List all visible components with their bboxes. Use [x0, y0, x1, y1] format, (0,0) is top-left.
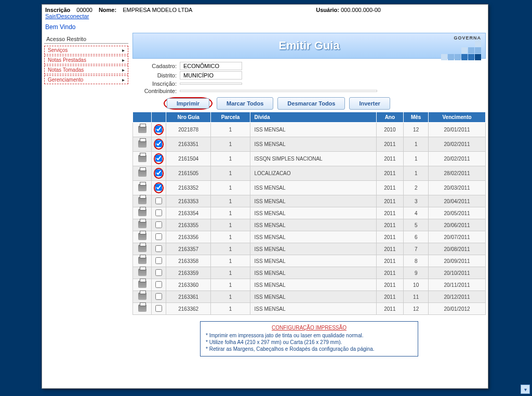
printer-icon[interactable]: [138, 155, 147, 162]
sidebar-item-notas-prestadas[interactable]: Notas Prestadas ▸: [44, 56, 128, 64]
cell-ano: 2011: [376, 207, 404, 219]
sidebar-item-label: Gerenciamento: [48, 77, 83, 83]
col-vencimento: Vencimento: [429, 112, 486, 123]
cell-vencimento: 20/04/2011: [429, 195, 486, 207]
cell-vencimento: 20/01/2011: [429, 123, 486, 137]
viewport: Inscrição 00000 Nome: EMPRESA MODELO LTD…: [0, 0, 532, 396]
chevron-right-icon: ▸: [122, 57, 125, 63]
cell-mes: 12: [404, 303, 429, 315]
cell-parcela: 1: [211, 195, 250, 207]
marcar-todos-button[interactable]: Marcar Todos: [217, 97, 273, 110]
sidebar-item-servicos[interactable]: Serviços ▸: [44, 46, 128, 55]
sidebar-item-gerenciamento[interactable]: Gerenciamento ▸: [44, 75, 128, 84]
row-checkbox[interactable]: [155, 305, 162, 312]
cell-divida: LOCALIZACAO: [250, 166, 376, 181]
checkbox-highlight-circle: [154, 124, 164, 135]
config-line-1: * Imprimir em impressora jato de tinta o…: [206, 333, 413, 338]
printer-icon[interactable]: [138, 221, 147, 228]
inscricao-info-value: [180, 83, 242, 85]
sidebar-item-label: Serviços: [48, 47, 68, 53]
config-line-2: * Utilize folha A4 (210 x 297 mm) ou Car…: [206, 339, 413, 345]
printer-icon[interactable]: [138, 140, 147, 148]
sidebar-item-label: Notas Tomadas: [48, 67, 84, 73]
row-checkbox[interactable]: [155, 245, 162, 252]
row-checkbox[interactable]: [155, 140, 162, 147]
app-window: Inscrição 00000 Nome: EMPRESA MODELO LTD…: [42, 4, 488, 389]
table-row: 21633591ISS MENSAL2011920/10/2011: [133, 267, 486, 279]
cell-mes: 7: [404, 243, 429, 255]
cell-nro-guia: 2161505: [166, 166, 211, 181]
cell-parcela: 1: [211, 219, 250, 231]
row-checkbox[interactable]: [155, 281, 162, 288]
printer-icon[interactable]: [138, 126, 147, 133]
table-row: 21633571ISS MENSAL2011720/08/2011: [133, 243, 486, 255]
bemvindo-label: Bem Vindo: [42, 21, 488, 33]
config-title: CONFIGURAÇÃO IMPRESSÃO: [206, 325, 413, 331]
cell-ano: 2010: [376, 123, 404, 137]
cell-ano: 2011: [376, 267, 404, 279]
row-checkbox[interactable]: [155, 269, 162, 276]
sidebar-item-notas-tomadas[interactable]: Notas Tomadas ▸: [44, 65, 128, 74]
row-checkbox[interactable]: [155, 221, 162, 228]
printer-icon[interactable]: [138, 293, 147, 300]
row-checkbox[interactable]: [155, 209, 162, 216]
printer-icon[interactable]: [138, 197, 147, 204]
desmarcar-todos-button[interactable]: Desmarcar Todos: [277, 97, 345, 110]
cell-ano: 2011: [376, 181, 404, 195]
cell-mes: 8: [404, 255, 429, 267]
printer-icon[interactable]: [138, 281, 147, 288]
cell-ano: 2011: [376, 243, 404, 255]
chevron-right-icon: ▸: [122, 67, 125, 73]
cell-vencimento: 20/09/2011: [429, 255, 486, 267]
printer-icon[interactable]: [138, 269, 147, 276]
cell-vencimento: 20/11/2011: [429, 279, 486, 291]
main-panel: Emitir Guia GOVERNA Cadastro: ECONÔMICO: [130, 33, 488, 359]
scroll-down-icon[interactable]: ▾: [521, 385, 530, 394]
cell-vencimento: 20/07/2011: [429, 231, 486, 243]
cell-parcela: 1: [211, 291, 250, 303]
col-parcela: Parcela: [211, 112, 250, 123]
nome-value: EMPRESA MODELO LTDA: [123, 7, 192, 13]
printer-icon[interactable]: [138, 305, 147, 312]
row-checkbox[interactable]: [155, 197, 162, 204]
table-row: 21633581ISS MENSAL2011820/09/2011: [133, 255, 486, 267]
cell-mes: 1: [404, 137, 429, 152]
printer-icon[interactable]: [138, 257, 147, 264]
printer-icon[interactable]: [138, 245, 147, 252]
table-row: 21633511ISS MENSAL2011120/02/2011: [133, 137, 486, 152]
row-checkbox[interactable]: [155, 257, 162, 264]
inverter-button[interactable]: Inverter: [349, 97, 390, 110]
cell-ano: 2011: [376, 291, 404, 303]
row-checkbox[interactable]: [155, 126, 162, 133]
col-divida: Dívida: [250, 112, 376, 123]
table-row: 21633601ISS MENSAL20111020/11/2011: [133, 279, 486, 291]
brand-blocks-icon: [441, 41, 481, 60]
cell-ano: 2011: [376, 255, 404, 267]
imprimir-button[interactable]: Imprimir: [167, 98, 209, 109]
cell-divida: ISSQN SIMPLES NACIONAL: [250, 152, 376, 166]
printer-icon[interactable]: [138, 169, 147, 177]
row-checkbox[interactable]: [155, 169, 162, 176]
row-checkbox[interactable]: [155, 155, 162, 162]
table-row: 21615041ISSQN SIMPLES NACIONAL2011120/02…: [133, 152, 486, 166]
cell-vencimento: 28/02/2011: [429, 166, 486, 181]
config-impressao-box: CONFIGURAÇÃO IMPRESSÃO * Imprimir em imp…: [200, 321, 418, 357]
cell-ano: 2011: [376, 195, 404, 207]
row-checkbox[interactable]: [155, 184, 162, 191]
printer-icon[interactable]: [138, 233, 147, 240]
cell-divida: ISS MENSAL: [250, 267, 376, 279]
cell-mes: 12: [404, 123, 429, 137]
inscricao-value: 00000: [76, 7, 92, 13]
chevron-right-icon: ▸: [122, 77, 125, 83]
printer-icon[interactable]: [138, 209, 147, 216]
cell-nro-guia: 2163351: [166, 137, 211, 152]
row-checkbox[interactable]: [155, 293, 162, 300]
cell-divida: ISS MENSAL: [250, 181, 376, 195]
cell-nro-guia: 2163354: [166, 207, 211, 219]
cell-divida: ISS MENSAL: [250, 279, 376, 291]
printer-icon[interactable]: [138, 184, 147, 191]
row-checkbox[interactable]: [155, 233, 162, 240]
cell-nro-guia: 2161504: [166, 152, 211, 166]
cell-divida: ISS MENSAL: [250, 195, 376, 207]
sair-link[interactable]: Sair/Desconectar: [45, 13, 89, 19]
